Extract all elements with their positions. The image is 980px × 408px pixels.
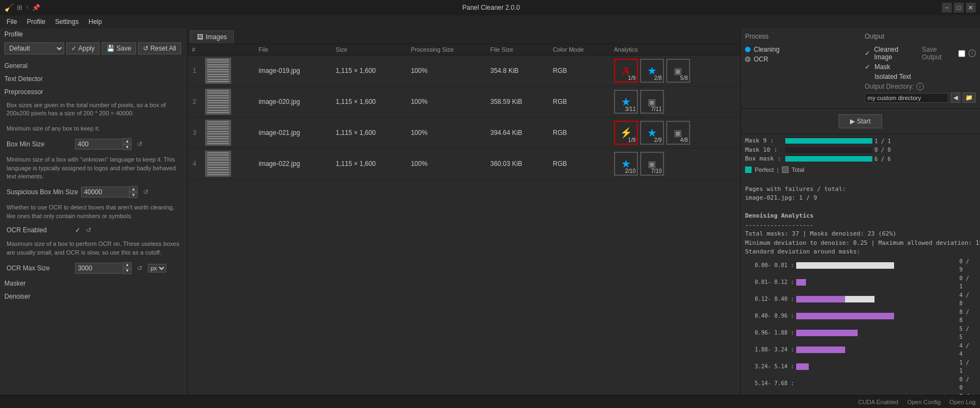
general-section[interactable]: General xyxy=(0,59,187,72)
text-detector-section[interactable]: Text Detector xyxy=(0,72,187,85)
cleaned-image-row: ✓ Cleaned Image Save Output i xyxy=(865,45,976,62)
analytic-badge: ★ 3/11 xyxy=(614,90,638,114)
save-output-checkbox[interactable] xyxy=(958,50,965,57)
menu-bar: File Profile Settings Help xyxy=(0,15,980,28)
legend-row-1: Perfect | Total xyxy=(745,165,976,175)
spin-down[interactable]: ▼ xyxy=(123,144,132,150)
bar-purple xyxy=(796,296,845,302)
dir-back-button[interactable]: ◀ xyxy=(951,92,960,103)
analytics-cell: ★ 2/10 ▣ 7/10 xyxy=(614,152,736,176)
thumb-line xyxy=(207,157,229,158)
ocr-enabled-reset[interactable]: ↺ xyxy=(84,226,94,234)
suspicious-reset[interactable]: ↺ xyxy=(141,188,151,196)
file-table[interactable]: # File Size Processing Size File Size Co… xyxy=(188,44,740,395)
box-min-size-label: Box Min Size xyxy=(7,140,72,148)
row-file: image-022.jpg xyxy=(255,149,332,180)
ocr-max-reset[interactable]: ↺ xyxy=(135,264,145,273)
table-row[interactable]: 3 image-021.jpg 1,115 × 1,600 100% 394.6… xyxy=(188,118,740,149)
mask-row: ✓ Mask xyxy=(865,62,976,72)
close-button[interactable]: ✕ xyxy=(966,3,976,13)
output-dir-info-icon[interactable]: i xyxy=(916,83,924,90)
thumb-line xyxy=(207,167,229,168)
menu-settings[interactable]: Settings xyxy=(51,17,83,27)
spin-down2[interactable]: ▼ xyxy=(129,192,138,198)
save-button[interactable]: 💾 Save xyxy=(102,42,136,54)
suspicious-input[interactable] xyxy=(81,187,130,197)
box-min-size-reset[interactable]: ↺ xyxy=(135,140,145,149)
bar-label: 0.01- 0.12 : xyxy=(745,278,794,286)
box-min-size-spinner: ▲ ▼ xyxy=(123,138,132,150)
ocr-radio[interactable] xyxy=(745,57,750,62)
images-tab[interactable]: 🖼 Images xyxy=(190,30,234,44)
thumb-line xyxy=(207,143,229,144)
profile-select[interactable]: Default xyxy=(4,42,64,54)
box-min-size-row: Box Min Size ▲ ▼ ↺ xyxy=(0,136,187,152)
thumbnail xyxy=(205,89,231,115)
analytics-log[interactable]: Mask 9 : 1 / 1 Mask 10 : 0 / 0 Box mask … xyxy=(741,134,980,395)
dir-browse-button[interactable]: 📁 xyxy=(963,92,976,103)
table-row[interactable]: 1 image-019.jpg 1,115 × 1,600 100% 354.8… xyxy=(188,55,740,86)
spin-up2[interactable]: ▲ xyxy=(129,186,138,192)
thumb-line xyxy=(207,59,229,60)
left-scroll[interactable]: General Text Detector Preprocessor Box s… xyxy=(0,57,187,395)
thumb-line xyxy=(207,112,229,113)
thumb-line xyxy=(207,90,229,91)
isolated-text-row: ✓ Isolated Text xyxy=(865,72,976,82)
thumb-line xyxy=(207,97,229,98)
cleaning-radio[interactable] xyxy=(745,47,750,52)
bar-label: 0.12- 0.40 : xyxy=(745,295,794,303)
failures-header: Pages with failures / total: xyxy=(745,185,976,194)
open-config[interactable]: Open Config xyxy=(907,399,941,405)
info-icon[interactable]: i xyxy=(969,50,976,57)
bar-label: 3.24- 5.14 : xyxy=(745,362,794,370)
thumb-line xyxy=(207,74,229,75)
bar-container xyxy=(796,279,957,286)
row-file: image-020.jpg xyxy=(255,86,332,118)
box-min-size-input[interactable] xyxy=(75,139,124,150)
menu-file[interactable]: File xyxy=(2,17,21,27)
row-thumb xyxy=(201,86,255,118)
spin-down3[interactable]: ▼ xyxy=(123,268,132,274)
masker-section[interactable]: Masker xyxy=(0,276,187,289)
thumb-line xyxy=(207,123,229,125)
bar-label: 1.88- 3.24 : xyxy=(745,345,794,354)
table-row[interactable]: 2 image-020.jpg 1,115 × 1,600 100% 358.5… xyxy=(188,86,740,118)
bar-label: 5.14- 7.68 : xyxy=(745,379,794,387)
cleaning-item: Cleaning xyxy=(745,45,856,54)
analytic-badge: ▣ 5/8 xyxy=(666,59,690,83)
table-row[interactable]: 4 image-022.jpg 1,115 × 1,600 100% 360.0… xyxy=(188,149,740,180)
perfect-legend-box xyxy=(745,166,752,173)
box-min-size-input-wrap: ▲ ▼ xyxy=(75,138,132,150)
bar-value: 8 / 8 xyxy=(959,308,976,324)
row-thumb xyxy=(201,55,255,86)
mask-row: Mask 10 : 0 / 0 xyxy=(745,146,976,155)
apply-button[interactable]: ✓ Apply xyxy=(66,42,100,54)
menu-help[interactable]: Help xyxy=(84,17,107,27)
window-controls: − □ ✕ xyxy=(942,3,976,13)
denoiser-section[interactable]: Denoiser xyxy=(0,289,187,302)
suspicious-label: Suspicious Box Min Size xyxy=(7,188,78,196)
ocr-max-select[interactable]: px xyxy=(148,264,166,273)
row-color: RGB xyxy=(549,118,610,149)
min-deviation: Minimum deviation to denoise: 0.25 | Max… xyxy=(745,239,976,248)
cuda-status[interactable]: CUDA Enabled xyxy=(858,399,898,405)
start-button[interactable]: ▶ Start xyxy=(839,114,882,128)
menu-profile[interactable]: Profile xyxy=(22,17,49,27)
denoising-bar-row: 0.01- 0.12 : 0 / 1 xyxy=(745,274,976,290)
spin-up3[interactable]: ▲ xyxy=(123,262,132,268)
row-thumb xyxy=(201,149,255,180)
ocr-max-input[interactable] xyxy=(75,263,124,274)
minimize-button[interactable]: − xyxy=(942,3,952,13)
analytic-badge: A 1/9 xyxy=(614,59,638,83)
spin-up[interactable]: ▲ xyxy=(123,138,132,144)
output-dir-input[interactable] xyxy=(865,93,948,103)
maximize-button[interactable]: □ xyxy=(954,3,964,13)
reset-button[interactable]: ↺ Reset All xyxy=(138,42,181,54)
open-log[interactable]: Open Log xyxy=(950,399,976,405)
row-file: image-021.jpg xyxy=(255,118,332,149)
bar-container xyxy=(796,380,957,387)
analytic-badge: ★ 2/9 xyxy=(640,121,664,145)
bar-container xyxy=(796,330,957,336)
bar-label: 0.40- 0.96 : xyxy=(745,312,794,320)
preprocessor-section[interactable]: Preprocessor xyxy=(0,85,187,98)
